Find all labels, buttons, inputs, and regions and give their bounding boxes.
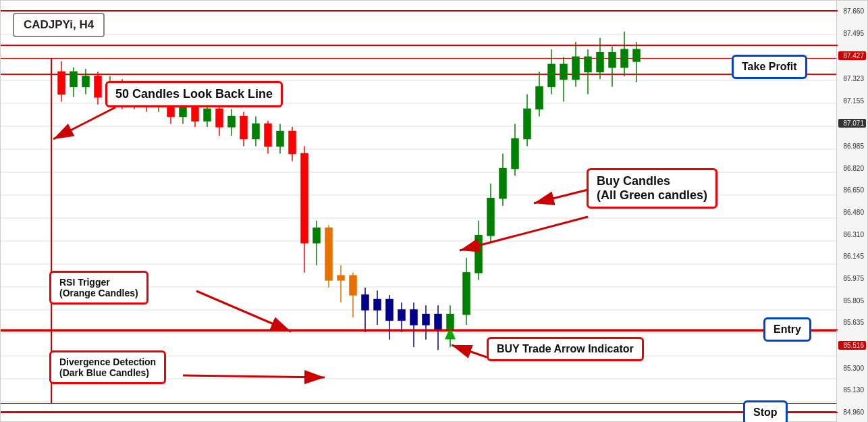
rsi-trigger-annotation: RSI Trigger (Orange Candles) <box>49 271 148 305</box>
symbol-label: CADJPYi, H4 <box>13 13 105 37</box>
price-86480: 86.480 <box>838 209 866 216</box>
price-86145: 86.145 <box>838 253 866 260</box>
entry-annotation: Entry <box>763 317 811 342</box>
price-84960: 84.960 <box>838 408 866 416</box>
price-87495: 87.495 <box>838 30 866 37</box>
price-axis: 87.660 87.495 87.427 87.323 87.155 87.07… <box>836 1 867 422</box>
buy-candles-annotation: Buy Candles (All Green candles) <box>587 168 717 209</box>
price-87323: 87.323 <box>838 75 866 82</box>
price-86650: 86.650 <box>838 186 866 194</box>
buy-arrow-annotation: BUY Trade Arrow Indicator <box>487 337 644 361</box>
price-85975: 85.975 <box>838 275 866 282</box>
price-86820: 86.820 <box>838 165 866 172</box>
price-86310: 86.310 <box>838 231 866 238</box>
price-87427: 87.427 <box>838 51 866 60</box>
price-85300: 85.300 <box>838 365 866 372</box>
chart-container: CADJPYi, H4 50 Candles Look Back Line RS… <box>0 0 868 422</box>
price-85805: 85.805 <box>838 297 866 305</box>
price-85130: 85.130 <box>838 386 866 394</box>
candles-look-back-annotation: 50 Candles Look Back Line <box>105 81 283 107</box>
price-86985: 86.985 <box>838 142 866 150</box>
price-85635: 85.635 <box>838 319 866 326</box>
divergence-annotation: Divergence Detection (Dark Blue Candles) <box>49 350 166 384</box>
stop-annotation: Stop <box>743 400 788 422</box>
price-87660: 87.660 <box>838 7 866 15</box>
price-85516: 85.516 <box>838 341 866 350</box>
take-profit-annotation: Take Profit <box>732 55 807 79</box>
price-87071: 87.071 <box>838 119 866 128</box>
price-87155: 87.155 <box>838 97 866 105</box>
